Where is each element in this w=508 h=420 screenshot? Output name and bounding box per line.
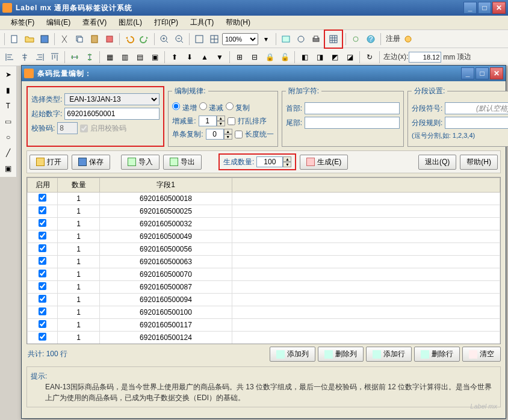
- help-button[interactable]: 帮助(H): [460, 155, 498, 170]
- row-enable-checkbox[interactable]: [39, 282, 46, 290]
- row-qty[interactable]: 1: [58, 205, 100, 218]
- suffix-input[interactable]: [305, 117, 400, 129]
- del-col-button[interactable]: 删除列: [318, 347, 364, 362]
- generate-button[interactable]: 生成(E): [300, 155, 348, 170]
- extra3-icon[interactable]: ◩: [327, 50, 342, 64]
- row-enable-checkbox[interactable]: [39, 270, 46, 277]
- exit-button[interactable]: 退出(Q): [418, 155, 456, 170]
- ellipse-tool-icon[interactable]: ○: [1, 130, 16, 144]
- zoom-out-icon[interactable]: [172, 32, 187, 46]
- row-f1[interactable]: 6920160500049: [100, 230, 232, 243]
- row-qty[interactable]: 1: [58, 281, 100, 294]
- save-button[interactable]: 保存: [72, 155, 110, 170]
- register-label[interactable]: 注册: [386, 34, 400, 44]
- unlock-icon[interactable]: 🔓: [277, 50, 292, 64]
- row-f1[interactable]: 6920160500018: [100, 193, 232, 205]
- dialog-maximize-button[interactable]: □: [475, 67, 489, 79]
- row-f1[interactable]: 6920160500032: [100, 218, 232, 230]
- symbol-input[interactable]: [445, 102, 508, 114]
- image-tool-icon[interactable]: ▣: [1, 161, 16, 176]
- row-enable-checkbox[interactable]: [39, 194, 46, 202]
- align-top-icon[interactable]: [48, 50, 62, 64]
- row-f1[interactable]: 6920160500100: [100, 306, 232, 319]
- row-qty[interactable]: 1: [58, 243, 100, 256]
- register-icon[interactable]: [401, 32, 415, 46]
- row-f1[interactable]: 6920160500087: [100, 281, 232, 294]
- row-enable-checkbox[interactable]: [39, 295, 46, 303]
- gen-count-up-icon[interactable]: ▲: [283, 156, 291, 162]
- table-row[interactable]: 16920160500070: [28, 268, 500, 281]
- pointer-tool-icon[interactable]: ➤: [1, 67, 16, 82]
- row-qty[interactable]: 1: [58, 319, 100, 332]
- row-qty[interactable]: 1: [58, 306, 100, 319]
- minimize-button[interactable]: _: [463, 2, 477, 14]
- row-f1[interactable]: 6920160500117: [100, 319, 232, 332]
- align-center-icon[interactable]: [17, 50, 32, 64]
- step-down-icon[interactable]: ▼: [217, 121, 225, 126]
- tool-a-icon[interactable]: ▦: [102, 50, 117, 64]
- table-row[interactable]: 16920160500032: [28, 218, 500, 230]
- shuffle-checkbox[interactable]: [228, 117, 235, 125]
- row-enable-checkbox[interactable]: [39, 219, 46, 227]
- table-row[interactable]: 16920160500087: [28, 281, 500, 294]
- th-enable[interactable]: 启用: [28, 178, 58, 193]
- del-row-button[interactable]: 删除行: [414, 347, 460, 362]
- gen-count-input[interactable]: [256, 156, 283, 167]
- coord-x-input[interactable]: [409, 52, 441, 63]
- table-row[interactable]: 16920160500094: [28, 294, 500, 306]
- repeat-up-icon[interactable]: ▲: [224, 129, 232, 134]
- tool-d-icon[interactable]: ▣: [147, 50, 162, 64]
- refresh-icon[interactable]: ↻: [362, 50, 377, 64]
- menu-view[interactable]: 查看(V): [76, 16, 113, 29]
- dialog-minimize-button[interactable]: _: [461, 67, 474, 79]
- rect-tool-icon[interactable]: ▭: [1, 114, 16, 129]
- distrib-h-icon[interactable]: [67, 50, 82, 64]
- undo-icon[interactable]: [122, 32, 137, 46]
- row-enable-checkbox[interactable]: [39, 257, 46, 265]
- row-qty[interactable]: 1: [58, 268, 100, 281]
- row-enable-checkbox[interactable]: [39, 206, 46, 214]
- add-col-button[interactable]: 添加列: [270, 347, 315, 362]
- table-row[interactable]: 16920160500025: [28, 205, 500, 218]
- row-enable-checkbox[interactable]: [39, 244, 46, 252]
- row-f1[interactable]: 6920160500063: [100, 256, 232, 268]
- batch-generate-icon[interactable]: [326, 32, 341, 46]
- lock-icon[interactable]: 🔒: [262, 50, 277, 64]
- row-enable-checkbox[interactable]: [39, 307, 46, 315]
- samelen-checkbox[interactable]: [235, 131, 243, 138]
- grid1-icon[interactable]: [192, 32, 206, 46]
- row-qty[interactable]: 1: [58, 294, 100, 306]
- export-button[interactable]: 导出: [163, 155, 202, 170]
- row-f1[interactable]: 6920160500070: [100, 268, 232, 281]
- extra2-icon[interactable]: ◨: [312, 50, 327, 64]
- cut-icon[interactable]: [57, 32, 72, 46]
- copy-icon[interactable]: [72, 32, 87, 46]
- extra4-icon[interactable]: ◪: [342, 50, 357, 64]
- menu-tools[interactable]: 工具(T): [184, 16, 220, 29]
- seg-rule-input[interactable]: [445, 117, 508, 129]
- paste-icon[interactable]: [87, 32, 102, 46]
- radio-copy[interactable]: [226, 102, 234, 110]
- print-icon[interactable]: [309, 32, 323, 46]
- layer-up-icon[interactable]: ▲: [197, 50, 212, 64]
- settings-icon[interactable]: [348, 32, 363, 46]
- table-row[interactable]: 16920160500049: [28, 230, 500, 243]
- radio-dec[interactable]: [199, 102, 207, 110]
- redo-icon[interactable]: [137, 32, 152, 46]
- align-right-icon[interactable]: [33, 50, 47, 64]
- zoom-select[interactable]: 100%: [222, 33, 258, 45]
- maximize-button[interactable]: □: [478, 2, 491, 14]
- type-select[interactable]: EAN-13/JAN-13: [64, 93, 160, 105]
- clear-button[interactable]: 清空: [462, 347, 501, 362]
- layer-back-icon[interactable]: ⬇: [182, 50, 197, 64]
- step-up-icon[interactable]: ▲: [217, 116, 225, 121]
- row-enable-checkbox[interactable]: [39, 320, 46, 328]
- tool-b-icon[interactable]: ▥: [117, 50, 132, 64]
- open-button[interactable]: 打开: [29, 155, 68, 170]
- row-f1[interactable]: 6920160500056: [100, 243, 232, 256]
- menu-file[interactable]: 标签(F): [5, 16, 40, 29]
- extra1-icon[interactable]: ◧: [297, 50, 312, 64]
- row-f1[interactable]: 6920160500124: [100, 332, 232, 344]
- table-row[interactable]: 16920160500117: [28, 319, 500, 332]
- ungroup-icon[interactable]: ⊟: [247, 50, 262, 64]
